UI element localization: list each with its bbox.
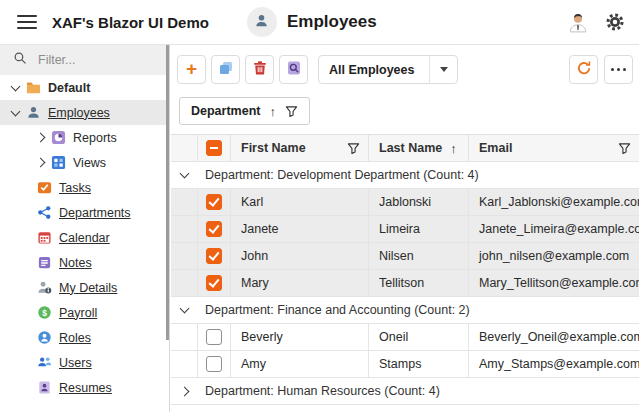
cell-first-name: Janete xyxy=(231,216,369,242)
sidebar-item-label: Views xyxy=(73,156,106,170)
sidebar-item-notes[interactable]: Notes xyxy=(0,250,169,275)
sidebar-item-views[interactable]: Views xyxy=(0,150,169,175)
trash-icon xyxy=(252,60,268,80)
row-checkbox[interactable] xyxy=(206,194,222,210)
table-row[interactable]: Janete Limeira Janete_Limeira@example.co… xyxy=(171,216,639,243)
filter-icon[interactable] xyxy=(285,105,298,118)
copy-icon xyxy=(218,60,234,80)
sidebar-item-resumes[interactable]: Resumes xyxy=(0,375,169,400)
sidebar-item-employees[interactable]: Employees xyxy=(0,100,169,125)
more-button[interactable] xyxy=(604,55,633,84)
search-icon xyxy=(13,51,27,69)
validate-button[interactable] xyxy=(279,55,308,84)
cell-last-name: Nilsen xyxy=(369,243,469,269)
sidebar-item-label: Resumes xyxy=(59,381,112,395)
sidebar-item-users[interactable]: Users xyxy=(0,350,169,375)
chevron-right-icon[interactable] xyxy=(36,158,46,168)
sidebar-scrollbar[interactable] xyxy=(166,45,169,340)
table-row[interactable]: John Nilsen john_nilsen@example.com xyxy=(171,243,639,270)
group-chip-department[interactable]: Department ↑ xyxy=(179,97,310,125)
hamburger-icon[interactable] xyxy=(17,15,37,29)
sidebar-item-departments[interactable]: Departments xyxy=(0,200,169,225)
chevron-down-icon[interactable] xyxy=(179,169,189,179)
cell-first-name: Mary xyxy=(231,270,369,296)
table-row[interactable]: Amy Stamps Amy_Stamps@example.com xyxy=(171,351,639,378)
sidebar-item-my-details[interactable]: My Details xyxy=(0,275,169,300)
cell-last-name: Stamps xyxy=(369,351,469,377)
page-head: Employees xyxy=(247,7,377,37)
refresh-icon xyxy=(576,60,592,80)
sidebar-item-label: Roles xyxy=(59,331,91,345)
calendar-icon xyxy=(37,230,52,245)
employees-grid: First Name Last Name ↑ Email Department:… xyxy=(171,134,639,412)
table-row[interactable]: Beverly Oneil Beverly_Oneil@example.com xyxy=(171,324,639,351)
cell-email: Karl_Jablonski@example.com xyxy=(469,189,639,215)
row-checkbox[interactable] xyxy=(206,329,222,345)
sort-ascending-icon: ↑ xyxy=(450,141,457,156)
filter-input[interactable] xyxy=(36,52,150,68)
app-title: XAF's Blazor UI Demo xyxy=(52,14,209,31)
chevron-right-icon[interactable] xyxy=(179,386,189,396)
sidebar-item-roles[interactable]: Roles xyxy=(0,325,169,350)
tasks-icon xyxy=(37,180,52,195)
select-all-checkbox[interactable] xyxy=(206,140,222,156)
chevron-right-icon[interactable] xyxy=(36,133,46,143)
sidebar-item-label: Departments xyxy=(59,206,131,220)
plus-icon: + xyxy=(186,59,197,78)
column-header-email[interactable]: Email xyxy=(469,135,639,161)
table-row[interactable]: Mary Tellitson Mary_Tellitson@example.co… xyxy=(171,270,639,297)
sidebar-item-default[interactable]: Default xyxy=(0,75,169,100)
notes-icon xyxy=(37,255,52,270)
select-all-checkbox-cell xyxy=(197,135,231,161)
sidebar-item-payroll[interactable]: $ Payroll xyxy=(0,300,169,325)
group-row-label: Department: Development Department (Coun… xyxy=(197,162,479,188)
group-row[interactable]: Department: Finance and Accounting (Coun… xyxy=(171,297,639,324)
table-row[interactable]: Karl Jablonski Karl_Jablonski@example.co… xyxy=(171,189,639,216)
view-selector-dropdown-button[interactable] xyxy=(429,56,457,83)
row-checkbox[interactable] xyxy=(206,356,222,372)
grid-header-row: First Name Last Name ↑ Email xyxy=(171,135,639,162)
user-avatar[interactable] xyxy=(567,11,589,33)
cell-email: Amy_Stamps@example.com xyxy=(469,351,639,377)
sidebar-item-label: Default xyxy=(48,81,90,95)
column-header-first-name[interactable]: First Name xyxy=(231,135,369,161)
cell-last-name: Jablonski xyxy=(369,189,469,215)
row-checkbox[interactable] xyxy=(206,248,222,264)
group-row[interactable]: Department: Development Department (Coun… xyxy=(171,162,639,189)
view-selector[interactable]: All Employees xyxy=(318,55,458,84)
sort-ascending-icon: ↑ xyxy=(269,104,276,119)
refresh-button[interactable] xyxy=(569,55,598,84)
toolbar: + All Employees xyxy=(177,55,633,84)
sidebar-item-label: Reports xyxy=(73,131,117,145)
view-selector-value: All Employees xyxy=(319,63,429,77)
departments-icon xyxy=(37,205,52,220)
sidebar: Default Employees Reports Views Tasks De… xyxy=(0,45,170,412)
copy-button[interactable] xyxy=(211,55,240,84)
chevron-down-icon[interactable] xyxy=(11,106,21,116)
sidebar-item-tasks[interactable]: Tasks xyxy=(0,175,169,200)
cell-email: Janete_Limeira@example.com xyxy=(469,216,639,242)
chevron-down-icon[interactable] xyxy=(11,81,21,91)
chevron-down-icon[interactable] xyxy=(179,304,189,314)
group-panel: Department ↑ xyxy=(179,97,633,125)
row-checkbox[interactable] xyxy=(206,221,222,237)
sidebar-item-label: Notes xyxy=(59,256,92,270)
sidebar-item-label: Employees xyxy=(48,106,110,120)
payroll-icon: $ xyxy=(37,305,52,320)
cell-first-name: Amy xyxy=(231,351,369,377)
group-row[interactable]: Department: Marketing (Count: 20) xyxy=(171,405,639,412)
row-checkbox[interactable] xyxy=(206,275,222,291)
gear-icon[interactable] xyxy=(605,12,625,32)
group-row-label: Department: Human Resources (Count: 4) xyxy=(197,378,440,404)
employees-badge xyxy=(247,7,277,37)
chevron-down-icon xyxy=(440,67,448,72)
sidebar-item-label: Tasks xyxy=(59,181,91,195)
new-button[interactable]: + xyxy=(177,55,206,84)
filter-icon[interactable] xyxy=(618,142,631,155)
group-row[interactable]: Department: Human Resources (Count: 4) xyxy=(171,378,639,405)
delete-button[interactable] xyxy=(245,55,274,84)
sidebar-item-calendar[interactable]: Calendar xyxy=(0,225,169,250)
sidebar-item-reports[interactable]: Reports xyxy=(0,125,169,150)
filter-icon[interactable] xyxy=(347,142,360,155)
column-header-last-name[interactable]: Last Name ↑ xyxy=(369,135,469,161)
